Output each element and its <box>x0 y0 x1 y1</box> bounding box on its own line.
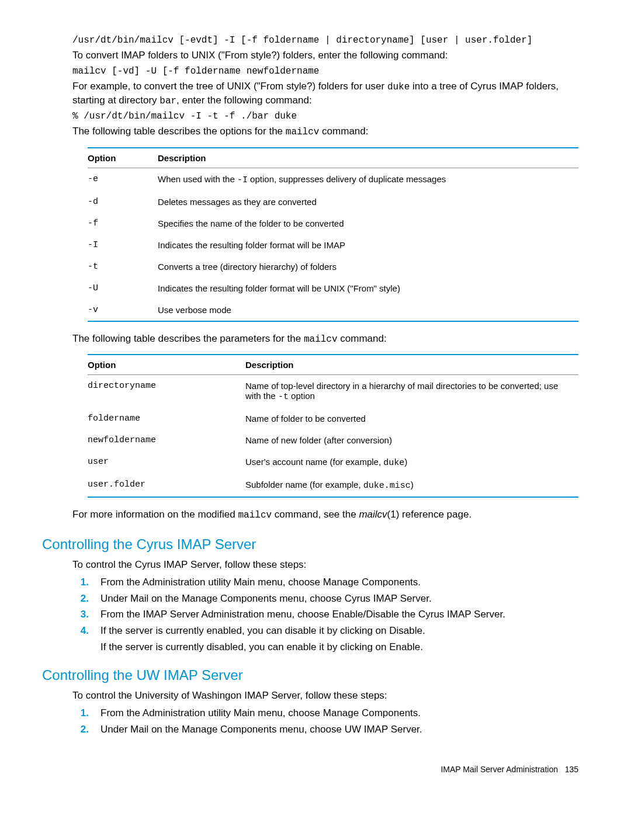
description-cell: Use verbose mode <box>158 299 578 321</box>
table-row: newfoldernameName of new folder (after c… <box>88 429 578 451</box>
text: (1) reference page. <box>387 509 472 520</box>
option-cell: user <box>88 451 245 474</box>
description-cell: Deletes messages as they are converted <box>158 191 578 213</box>
command-syntax-1: /usr/dt/bin/mailcv [-evdt] -I [-f folder… <box>72 35 578 46</box>
steps-cyrus: From the Administration utility Main men… <box>72 575 578 638</box>
list-item: From the IMAP Server Administration menu… <box>100 608 578 622</box>
option-cell: user.folder <box>88 474 245 497</box>
text: For example, to convert the tree of UNIX… <box>72 81 387 92</box>
command-syntax-2: mailcv [-vd] -U [-f foldername newfolder… <box>72 66 578 77</box>
table-row: user.folderSubfolder name (for example, … <box>88 474 578 497</box>
paragraph-options-intro: The following table describes the option… <box>72 125 578 139</box>
table-row: -tConverts a tree (directory hierarchy) … <box>88 256 578 277</box>
intro-cyrus: To control the Cyrus IMAP Server, follow… <box>72 558 578 572</box>
table-row: -IIndicates the resulting folder format … <box>88 234 578 256</box>
option-cell: newfoldername <box>88 429 245 451</box>
text: The following table describes the option… <box>72 126 286 137</box>
paragraph-example: For example, to convert the tree of UNIX… <box>72 80 578 107</box>
option-cell: directoryname <box>88 375 245 408</box>
description-cell: User's account name (for example, duke) <box>245 451 578 474</box>
page-footer: IMAP Mail Server Administration 135 <box>53 765 578 774</box>
heading-uw: Controlling the UW IMAP Server <box>42 667 578 683</box>
table-row: foldernameName of folder to be converted <box>88 408 578 429</box>
code-mailcv: mailcv <box>304 334 338 345</box>
text: , enter the following command: <box>176 95 312 106</box>
table-row: -dDeletes messages as they are converted <box>88 191 578 213</box>
table-row: -eWhen used with the -I option, suppress… <box>88 168 578 191</box>
list-item: Under Mail on the Manage Components menu… <box>100 723 578 737</box>
options-table: Option Description -eWhen used with the … <box>88 147 578 322</box>
intro-uw: To control the University of Washingon I… <box>72 689 578 703</box>
option-cell: -e <box>88 168 158 191</box>
manpage-name: mailcv <box>359 509 387 520</box>
step-note-cyrus: If the server is currently disabled, you… <box>100 641 578 653</box>
heading-cyrus: Controlling the Cyrus IMAP Server <box>42 536 578 553</box>
footer-section-label: IMAP Mail Server Administration <box>441 765 557 774</box>
description-cell: When used with the -I option, suppresses… <box>158 168 578 191</box>
paragraph-convert-imap: To convert IMAP folders to UNIX ("From s… <box>72 49 578 63</box>
params-table: Option Description directorynameName of … <box>88 354 578 498</box>
description-cell: Name of new folder (after conversion) <box>245 429 578 451</box>
table-header-description: Description <box>245 355 578 375</box>
option-cell: -t <box>88 256 158 277</box>
list-item: Under Mail on the Manage Components menu… <box>100 592 578 606</box>
code-duke: duke <box>387 82 410 92</box>
table-row: -fSpecifies the name of the folder to be… <box>88 213 578 234</box>
description-cell: Name of folder to be converted <box>245 408 578 429</box>
list-item: If the server is currently enabled, you … <box>100 624 578 638</box>
table-row: -vUse verbose mode <box>88 299 578 321</box>
table-row: userUser's account name (for example, du… <box>88 451 578 474</box>
description-cell: Subfolder name (for example, duke.misc) <box>245 474 578 497</box>
description-cell: Name of top-level directory in a hierarc… <box>245 375 578 408</box>
paragraph-more-info: For more information on the modified mai… <box>72 508 578 522</box>
text: The following table describes the parame… <box>72 333 304 344</box>
table-header-description: Description <box>158 148 578 168</box>
option-cell: -d <box>88 191 158 213</box>
table-header-option: Option <box>88 148 158 168</box>
list-item: From the Administration utility Main men… <box>100 706 578 720</box>
list-item: From the Administration utility Main men… <box>100 575 578 589</box>
table-row: directorynameName of top-level directory… <box>88 375 578 408</box>
option-cell: -v <box>88 299 158 321</box>
description-cell: Converts a tree (directory hierarchy) of… <box>158 256 578 277</box>
text: command, see the <box>272 509 359 520</box>
description-cell: Indicates the resulting folder format wi… <box>158 277 578 299</box>
text: For more information on the modified <box>72 509 238 520</box>
steps-uw: From the Administration utility Main men… <box>72 706 578 737</box>
code-bar: bar <box>160 96 176 106</box>
code-mailcv: mailcv <box>286 127 320 137</box>
description-cell: Specifies the name of the folder to be c… <box>158 213 578 234</box>
option-cell: foldername <box>88 408 245 429</box>
footer-page-number: 135 <box>565 765 578 774</box>
text: command: <box>319 126 368 137</box>
command-example: % /usr/dt/bin/mailcv -I -t -f ./bar duke <box>72 111 578 122</box>
text: command: <box>338 333 387 344</box>
description-cell: Indicates the resulting folder format wi… <box>158 234 578 256</box>
paragraph-params-intro: The following table describes the parame… <box>72 332 578 346</box>
table-header-option: Option <box>88 355 245 375</box>
table-row: -UIndicates the resulting folder format … <box>88 277 578 299</box>
option-cell: -I <box>88 234 158 256</box>
option-cell: -U <box>88 277 158 299</box>
code-mailcv: mailcv <box>238 510 272 520</box>
option-cell: -f <box>88 213 158 234</box>
